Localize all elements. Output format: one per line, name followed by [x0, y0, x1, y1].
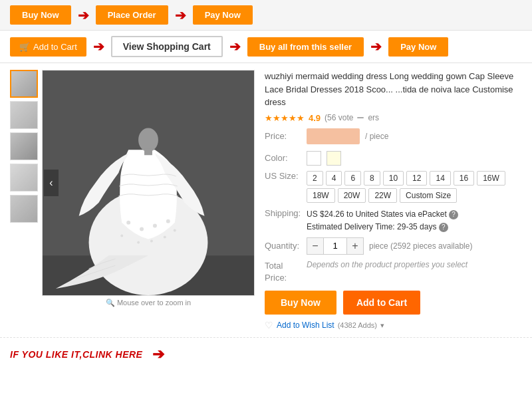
delivery-time: Estimated Delivery Time: 29-35 days [307, 222, 436, 231]
svg-rect-16 [144, 148, 152, 155]
star-icons: ★★★★★ [265, 113, 305, 123]
top-banner: Buy Now ➔ Place Order ➔ Pay Now [0, 0, 532, 31]
cart-icon: 🛒 [19, 42, 30, 52]
arrow-2-icon: ➔ [175, 7, 186, 23]
add-to-cart-bar-button[interactable]: 🛒 Add to Cart [10, 37, 86, 57]
price-per: / piece [365, 132, 388, 141]
shipping-label: Shipping: [265, 208, 301, 218]
color-row: Color: [265, 151, 522, 166]
shipping-value: US $24.26 to United States via ePacket [307, 209, 447, 219]
action-buttons: Buy Now Add to Cart [265, 291, 522, 315]
thumbnail-1[interactable] [10, 70, 38, 98]
view-cart-button[interactable]: View Shopping Cart [111, 36, 223, 57]
quantity-decrease-button[interactable]: − [307, 238, 323, 254]
svg-point-15 [138, 128, 158, 152]
quantity-control: − + [307, 237, 364, 255]
thumbnail-4[interactable] [10, 164, 38, 192]
promo-text: IF YOU LIKE IT,CLINK HERE [10, 349, 142, 360]
rating-count: (56 vote [325, 113, 353, 122]
svg-point-9 [166, 219, 170, 223]
quantity-available: piece (2592 pieces available) [369, 241, 472, 251]
size-6[interactable]: 6 [344, 171, 361, 186]
delivery-help-icon[interactable]: ? [439, 223, 448, 232]
arrow-1-icon: ➔ [78, 7, 89, 23]
product-title: wuzhiyi mermaid wedding dress Long weddi… [265, 70, 522, 109]
size-custom[interactable]: Custom Size [400, 188, 457, 203]
size-12[interactable]: 12 [406, 171, 427, 186]
main-product-image: ‹ [42, 70, 255, 296]
promo-arrow-icon: ➔ [152, 346, 164, 363]
second-bar: 🛒 Add to Cart ➔ View Shopping Cart ➔ Buy… [0, 31, 532, 63]
svg-point-7 [140, 227, 144, 231]
size-2[interactable]: 2 [307, 171, 323, 186]
size-grid: 2 4 6 8 10 12 14 16 16W 18W 20W 22W Cust… [307, 171, 522, 203]
dress-svg [43, 70, 254, 296]
total-label: Total Price: [265, 260, 301, 284]
wishlist-row: ♡ Add to Wish List (4382 Adds) ▾ [265, 320, 522, 331]
thumbnail-list [10, 70, 38, 331]
arrow-3-icon: ➔ [93, 39, 104, 55]
rating-value: 4.9 [309, 113, 321, 123]
size-8[interactable]: 8 [364, 171, 380, 186]
prev-image-button[interactable]: ‹ [44, 170, 59, 196]
add-to-cart-button[interactable]: Add to Cart [343, 291, 420, 315]
wishlist-dropdown-icon[interactable]: ▾ [380, 321, 384, 330]
buy-now-top-button[interactable]: Buy Now [10, 5, 71, 25]
quantity-increase-button[interactable]: + [347, 238, 363, 254]
size-16w[interactable]: 16W [477, 171, 505, 186]
shipping-info: US $24.26 to United States via ePacket ?… [307, 208, 458, 233]
product-details: wuzhiyi mermaid wedding dress Long weddi… [265, 70, 522, 331]
arrow-4-icon: ➔ [229, 39, 241, 55]
color-cream-swatch[interactable] [327, 151, 341, 166]
price-value [307, 128, 360, 144]
size-4[interactable]: 4 [326, 171, 342, 186]
rating-suffix: ers [368, 113, 379, 122]
arrow-5-icon: ➔ [370, 39, 382, 55]
pay-now-bar-button[interactable]: Pay Now [388, 37, 448, 57]
quantity-row: Quantity: − + piece (2592 pieces availab… [265, 237, 522, 255]
color-label: Color: [265, 153, 301, 163]
size-16[interactable]: 16 [454, 171, 474, 186]
promo-bar: IF YOU LIKE IT,CLINK HERE ➔ [0, 337, 532, 371]
shipping-row: Shipping: US $24.26 to United States via… [265, 208, 522, 233]
blurred-badge [357, 117, 364, 118]
thumbnail-2[interactable] [10, 101, 38, 129]
rating-row: ★★★★★ 4.9 (56 vote ers [265, 113, 522, 123]
main-content: ‹ 🔍 Mouse over to zoom in wuzhiyi mermai… [0, 63, 532, 337]
place-order-button[interactable]: Place Order [96, 5, 168, 25]
size-22w[interactable]: 22W [368, 188, 397, 203]
heart-icon: ♡ [265, 320, 273, 331]
size-row: US Size: 2 4 6 8 10 12 14 16 16W 18W 20W… [265, 171, 522, 203]
wishlist-link[interactable]: Add to Wish List [277, 321, 334, 330]
svg-point-6 [126, 221, 130, 225]
size-label: US Size: [265, 171, 301, 181]
pay-now-top-button[interactable]: Pay Now [193, 5, 253, 25]
buy-now-button[interactable]: Buy Now [265, 291, 336, 315]
shipping-help-icon[interactable]: ? [449, 210, 458, 219]
svg-point-13 [164, 236, 166, 239]
svg-point-14 [174, 229, 176, 232]
buy-all-seller-button[interactable]: Buy all from this seller [247, 37, 364, 57]
quantity-label: Quantity: [265, 241, 301, 251]
thumbnail-3[interactable] [10, 132, 38, 160]
quantity-input[interactable] [323, 238, 347, 254]
svg-point-11 [137, 241, 140, 243]
thumbnail-5[interactable] [10, 195, 38, 223]
price-label: Price: [265, 131, 301, 141]
size-10[interactable]: 10 [383, 171, 404, 186]
size-20w[interactable]: 20W [338, 188, 366, 203]
zoom-hint: 🔍 Mouse over to zoom in [42, 299, 255, 307]
total-price-row: Total Price: Depends on the product prop… [265, 260, 522, 284]
price-row: Price: / piece [265, 128, 522, 144]
product-images: ‹ 🔍 Mouse over to zoom in [10, 70, 255, 331]
add-to-cart-bar-label: Add to Cart [33, 42, 77, 52]
size-14[interactable]: 14 [430, 171, 450, 186]
size-18w[interactable]: 18W [307, 188, 335, 203]
svg-point-12 [150, 239, 153, 242]
svg-point-8 [153, 224, 157, 228]
wishlist-count: (4382 Adds) [338, 321, 377, 329]
total-value: Depends on the product properties you se… [307, 260, 467, 269]
svg-point-10 [120, 235, 123, 237]
color-white-swatch[interactable] [307, 151, 321, 166]
